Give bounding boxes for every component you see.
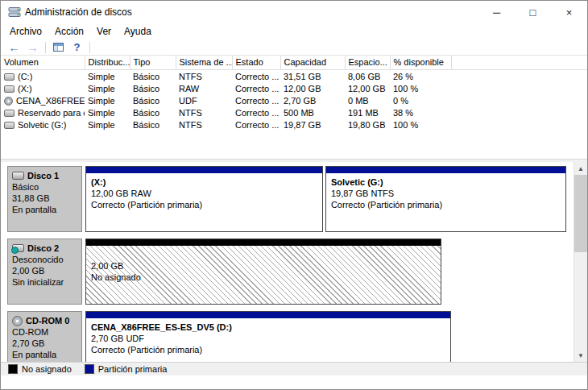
disk-name: Disco 2 — [27, 243, 59, 254]
disk-type: CD-ROM — [12, 326, 77, 338]
volume-label: Reservado para el... — [18, 108, 85, 118]
primary-partition-color-bar — [326, 167, 565, 173]
partition-title — [91, 249, 436, 260]
cell-pct-free: 38 % — [390, 106, 451, 118]
cell-free: 191 MB — [345, 106, 390, 118]
forward-button[interactable]: → — [23, 39, 42, 55]
column-header-capacidad[interactable]: Capacidad — [280, 56, 345, 70]
volume-label: Solvetic (G:) — [18, 120, 67, 130]
cell-status: Correcto ... — [232, 106, 280, 118]
cell-type: Básico — [130, 118, 176, 131]
menu-ver[interactable]: Ver — [90, 24, 118, 39]
disk-panel-cdrom-0[interactable]: CD-ROM 0 CD-ROM 2,70 GB En pantalla — [7, 311, 82, 362]
partition-area: 2,00 GB No asignado — [85, 239, 566, 305]
cell-pct-free: 100 % — [390, 118, 451, 131]
console-tree-button[interactable] — [49, 39, 68, 55]
unallocated-swatch — [8, 364, 18, 374]
disk-icon — [4, 73, 14, 81]
volume-row-cena[interactable]: CENA_X86FREE... Simple Básico UDF Correc… — [1, 94, 587, 106]
scrollbar-thumb[interactable] — [574, 175, 587, 252]
toolbar-separator — [89, 42, 90, 53]
cell-volume: (C:) — [1, 70, 85, 83]
menu-ayuda[interactable]: Ayuda — [118, 24, 158, 39]
forward-arrow-icon: → — [27, 41, 39, 54]
column-header-distribucion[interactable]: Distribuc... — [85, 56, 130, 70]
disk-panel-disco-1[interactable]: Disco 1 Básico 31,88 GB En pantalla — [7, 166, 82, 232]
menu-accion[interactable]: Acción — [48, 24, 90, 39]
scroll-up-button[interactable]: ▲ — [574, 162, 587, 175]
cell-layout: Simple — [85, 94, 130, 106]
partition-title: CENA_X86FREE_ES-ES_DV5 (D:) — [91, 322, 445, 333]
cell-status: Correcto ... — [232, 94, 280, 106]
cell-capacity: 12,00 GB — [280, 82, 345, 94]
column-header-estado[interactable]: Estado — [232, 56, 280, 70]
disk-title: CD-ROM 0 — [12, 315, 77, 326]
volume-label: (X:) — [18, 84, 32, 93]
legend-label-unallocated: No asignado — [22, 364, 72, 374]
cell-volume: (X:) — [1, 82, 85, 94]
disk-size: 2,00 GB — [12, 265, 77, 276]
disk-title: Disco 1 — [12, 170, 77, 181]
cell-fs: RAW — [176, 82, 232, 94]
partition-status: Correcto (Partición primaria) — [331, 199, 561, 210]
disk-panel-disco-2[interactable]: Disco 2 Desconocido 2,00 GB Sin iniciali… — [7, 239, 82, 305]
disk-row-disco-2: Disco 2 Desconocido 2,00 GB Sin iniciali… — [7, 239, 566, 305]
cell-pct-free: 100 % — [390, 82, 451, 94]
disk-type: Desconocido — [12, 254, 77, 265]
toolbar: ← → ? — [1, 39, 587, 56]
cell-status: Correcto ... — [232, 118, 280, 131]
cell-fs: UDF — [176, 94, 232, 106]
cell-volume: Reservado para el... — [1, 106, 85, 118]
menubar: Archivo Acción Ver Ayuda — [1, 23, 587, 39]
window-controls: ─ □ × — [478, 1, 587, 23]
cell-layout: Simple — [85, 118, 130, 131]
help-button[interactable]: ? — [68, 39, 86, 55]
minimize-button[interactable]: ─ — [478, 1, 515, 23]
column-header-volumen[interactable]: Volumen — [1, 56, 85, 70]
disk-status: Sin inicializar — [12, 276, 77, 288]
cell-capacity: 500 MB — [280, 106, 345, 118]
partition-area: (X:) 12,00 GB RAW Correcto (Partición pr… — [85, 166, 566, 232]
partition-x[interactable]: (X:) 12,00 GB RAW Correcto (Partición pr… — [85, 166, 323, 232]
hard-drive-icon — [12, 172, 24, 180]
close-icon: × — [566, 6, 573, 19]
partition-title: Solvetic (G:) — [331, 176, 561, 188]
cell-layout: Simple — [85, 70, 130, 83]
partition-size: 19,87 GB NTFS — [331, 188, 561, 199]
maximize-button[interactable]: □ — [515, 1, 551, 23]
app-icon — [8, 6, 21, 19]
scroll-down-button[interactable]: ▼ — [574, 349, 587, 362]
menu-archivo[interactable]: Archivo — [3, 24, 48, 39]
cell-capacity: 19,87 GB — [280, 118, 345, 131]
volume-row-reservado[interactable]: Reservado para el... Simple Básico NTFS … — [1, 106, 587, 118]
partition-status: No asignado — [91, 272, 436, 283]
back-button[interactable]: ← — [5, 39, 23, 55]
column-header-disponible[interactable]: % disponible — [390, 56, 451, 70]
primary-partition-color-bar — [86, 312, 450, 318]
column-header-tipo[interactable]: Tipo — [130, 56, 176, 70]
close-button[interactable]: × — [551, 1, 587, 23]
scroll-up-icon: ▲ — [578, 165, 584, 172]
cell-filler — [451, 106, 587, 118]
column-header-espacio[interactable]: Espacio... — [345, 56, 390, 70]
volume-row-solvetic[interactable]: Solvetic (G:) Simple Básico NTFS Correct… — [1, 118, 587, 131]
table-header-row: Volumen Distribuc... Tipo Sistema de ...… — [1, 56, 587, 70]
partition-status: Correcto (Partición primaria) — [91, 344, 445, 355]
disk-name: Disco 1 — [27, 170, 59, 181]
volume-list-section: Volumen Distribuc... Tipo Sistema de ...… — [1, 56, 587, 160]
volume-row-x[interactable]: (X:) Simple Básico RAW Correcto ... 12,0… — [1, 82, 587, 94]
partition-status: Correcto (Partición primaria) — [91, 199, 317, 210]
partition-title: (X:) — [91, 176, 317, 188]
unallocated-space[interactable]: 2,00 GB No asignado — [85, 239, 441, 305]
primary-partition-swatch — [85, 364, 94, 374]
partition-size: 2,00 GB — [91, 260, 436, 272]
volume-row-c[interactable]: (C:) Simple Básico NTFS Correcto ... 31,… — [1, 70, 587, 83]
partition-solvetic[interactable]: Solvetic (G:) 19,87 GB NTFS Correcto (Pa… — [325, 166, 566, 232]
disk-status: En pantalla — [12, 204, 77, 215]
vertical-scrollbar[interactable]: ▲ ▼ — [574, 162, 587, 362]
titlebar[interactable]: Administración de discos ─ □ × — [1, 1, 587, 23]
disk-title: Disco 2 — [12, 243, 77, 254]
partition-cena-d[interactable]: CENA_X86FREE_ES-ES_DV5 (D:) 2,70 GB UDF … — [85, 311, 451, 362]
column-header-sistema[interactable]: Sistema de ... — [176, 56, 232, 70]
toolbar-separator — [45, 42, 46, 53]
